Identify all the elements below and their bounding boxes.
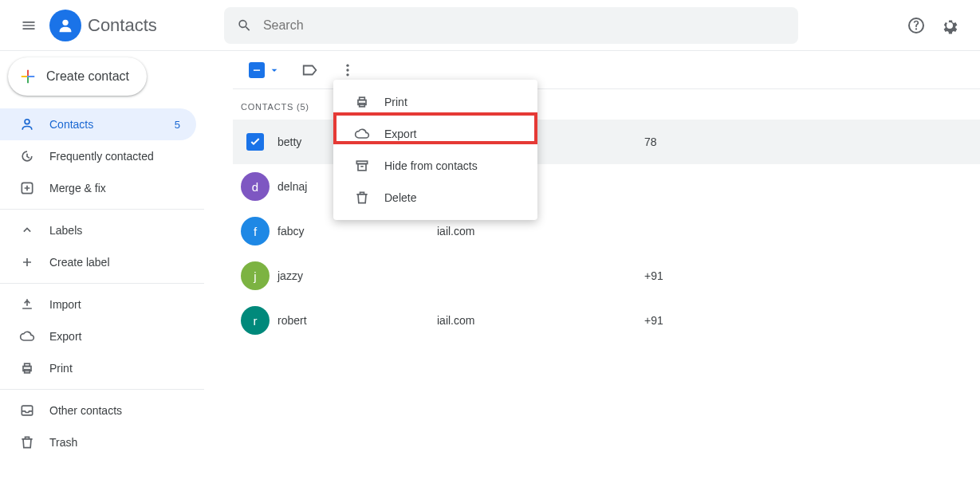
main-content: CONTACTS (5) betty 78 d delnaj iail.com … [204,51,980,487]
menu-item-delete[interactable]: Delete [333,182,537,214]
trash-icon [354,190,370,206]
select-all-button[interactable] [249,62,281,78]
cloud-download-icon [19,328,35,344]
svg-rect-18 [360,97,365,100]
avatar: j [241,261,270,290]
menu-item-hide[interactable]: Hide from contacts [333,150,537,182]
sidebar-item-contacts[interactable]: Contacts 5 [0,108,196,140]
contact-phone: 78 [644,135,788,148]
archive-icon [354,158,370,174]
more-vert-icon[interactable] [340,62,356,78]
sidebar: Create contact Contacts 5 Frequently con… [0,51,204,487]
person-outline-icon [19,116,35,132]
sidebar-item-create-label[interactable]: Create label [0,246,196,278]
sidebar-item-label: Create label [49,256,110,269]
contact-name: fabcy [277,225,437,238]
help-icon[interactable] [907,16,926,35]
contact-name: jazzy [277,269,437,282]
sidebar-item-label: Frequently contacted [49,150,154,163]
svg-rect-3 [27,77,29,83]
sidebar-item-label: Import [49,298,81,311]
contact-email: iail.com [437,225,644,238]
printer-icon [19,360,35,376]
cloud-icon [354,126,370,142]
checkbox-indeterminate-icon [249,62,265,78]
sidebar-item-export[interactable]: Export [0,320,196,352]
sidebar-item-labels[interactable]: Labels [0,214,196,246]
contact-phone: +91 [644,314,788,327]
avatar: r [241,306,270,335]
avatar: d [241,172,270,201]
plus-icon [19,68,37,85]
dropdown-icon [268,64,281,77]
svg-point-16 [346,73,348,76]
sidebar-badge: 5 [175,119,196,131]
contact-row[interactable]: r robert iail.com +91 [233,298,980,343]
svg-rect-10 [25,363,30,366]
sidebar-item-label: Trash [49,436,77,449]
main-menu-button[interactable] [13,10,45,41]
trash-icon [19,434,35,450]
merge-icon [19,180,35,196]
svg-rect-6 [27,76,29,77]
sidebar-item-trash[interactable]: Trash [0,426,196,458]
search-icon [237,18,252,33]
svg-rect-4 [22,76,27,77]
search-bar[interactable] [224,7,798,44]
plus-small-icon [19,254,35,270]
contact-phone: +91 [644,269,788,282]
menu-item-label: Hide from contacts [384,159,478,172]
app-logo [49,10,81,41]
svg-point-14 [346,64,348,66]
sidebar-item-import[interactable]: Import [0,289,196,320]
label-icon[interactable] [301,61,319,79]
contact-email: iail.com [437,314,644,327]
contact-row[interactable]: j jazzy +91 [233,253,980,298]
svg-point-15 [346,69,348,71]
avatar: f [241,217,270,245]
create-contact-label: Create contact [46,69,129,84]
row-checkbox-checked[interactable] [246,133,264,151]
contact-name: robert [277,314,437,327]
svg-rect-5 [29,76,34,77]
sidebar-item-label: Print [49,362,73,375]
sidebar-item-merge[interactable]: Merge & fix [0,172,196,204]
sidebar-item-other[interactable]: Other contacts [0,395,196,426]
search-input[interactable] [263,18,785,33]
sidebar-item-frequently[interactable]: Frequently contacted [0,140,196,172]
inbox-icon [19,403,35,418]
svg-point-7 [25,120,30,124]
sidebar-item-label: Other contacts [49,404,122,417]
check-icon [249,135,262,148]
gear-icon[interactable] [940,16,959,35]
menu-item-label: Export [384,128,416,140]
menu-item-label: Delete [384,191,416,204]
context-menu: Print Export Hide from contacts Delete [333,80,537,220]
app-header: Contacts [0,0,980,51]
sidebar-item-label: Labels [49,224,82,237]
upload-icon [19,297,35,312]
person-icon [57,17,74,34]
sidebar-item-label: Merge & fix [49,182,106,194]
svg-point-0 [62,19,68,25]
menu-item-export[interactable]: Export [333,118,537,150]
svg-rect-13 [254,69,260,70]
chevron-up-icon [19,222,35,238]
sidebar-item-print[interactable]: Print [0,352,196,384]
sidebar-item-label: Export [49,330,81,343]
menu-item-print[interactable]: Print [333,86,537,118]
printer-icon [354,94,370,110]
hamburger-icon [21,18,37,33]
sidebar-item-label: Contacts [49,118,93,131]
history-icon [19,148,35,164]
create-contact-button[interactable]: Create contact [8,57,147,96]
svg-rect-2 [27,70,29,76]
menu-item-label: Print [384,96,407,108]
app-title: Contacts [88,15,157,36]
